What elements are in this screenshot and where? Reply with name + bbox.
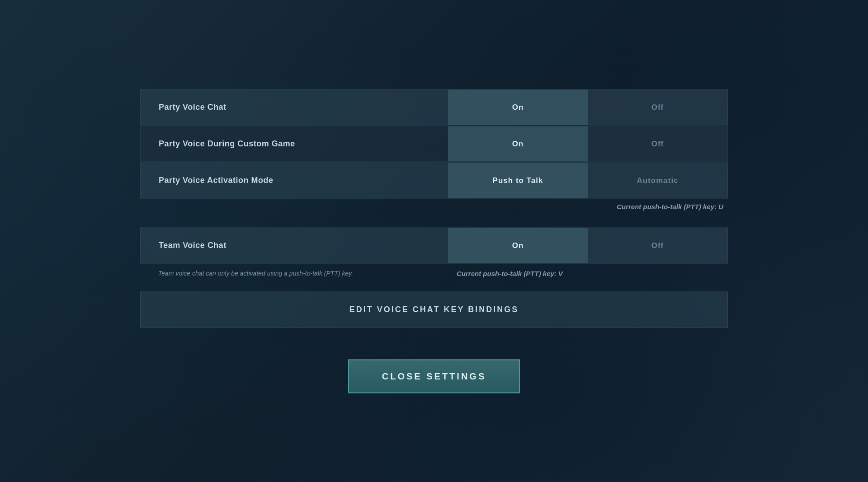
party-voice-custom-options: On Off bbox=[448, 126, 727, 161]
party-voice-chat-off-btn[interactable]: Off bbox=[588, 89, 727, 125]
party-voice-chat-row: Party Voice Chat On Off bbox=[140, 89, 728, 125]
close-settings-button[interactable]: CLOSE SETTINGS bbox=[348, 359, 520, 393]
party-voice-automatic-btn[interactable]: Automatic bbox=[588, 163, 727, 198]
close-settings-wrapper: CLOSE SETTINGS bbox=[140, 359, 728, 393]
party-voice-custom-label: Party Voice During Custom Game bbox=[141, 139, 448, 149]
party-voice-push-to-talk-btn[interactable]: Push to Talk bbox=[448, 163, 588, 198]
team-voice-note-row: Team voice chat can only be activated us… bbox=[140, 264, 728, 282]
team-voice-chat-row: Team Voice Chat On Off bbox=[140, 227, 728, 263]
team-voice-chat-off-btn[interactable]: Off bbox=[588, 228, 727, 263]
edit-bindings-button[interactable]: EDIT VOICE CHAT KEY BINDINGS bbox=[140, 291, 728, 328]
party-voice-activation-options: Push to Talk Automatic bbox=[448, 163, 727, 198]
settings-container: Party Voice Chat On Off Party Voice Duri… bbox=[140, 89, 728, 393]
party-ptt-hint-text: Current push-to-talk (PTT) key: U bbox=[617, 202, 723, 210]
party-voice-chat-on-btn[interactable]: On bbox=[448, 89, 588, 125]
section-divider bbox=[140, 214, 728, 227]
party-voice-chat-options: On Off bbox=[448, 89, 727, 125]
team-voice-chat-options: On Off bbox=[448, 228, 727, 263]
team-voice-chat-label: Team Voice Chat bbox=[141, 241, 448, 250]
team-ptt-hint-text: Current push-to-talk (PTT) key: V bbox=[448, 269, 728, 277]
party-voice-custom-off-btn[interactable]: Off bbox=[588, 126, 727, 161]
team-voice-note-text: Team voice chat can only be activated us… bbox=[140, 270, 448, 277]
party-voice-activation-row: Party Voice Activation Mode Push to Talk… bbox=[140, 162, 728, 198]
party-voice-custom-on-btn[interactable]: On bbox=[448, 126, 588, 161]
party-ptt-hint-row: Current push-to-talk (PTT) key: U bbox=[140, 199, 728, 214]
party-voice-activation-label: Party Voice Activation Mode bbox=[141, 176, 448, 185]
party-voice-chat-label: Party Voice Chat bbox=[141, 103, 448, 112]
party-voice-custom-row: Party Voice During Custom Game On Off bbox=[140, 126, 728, 162]
team-voice-chat-on-btn[interactable]: On bbox=[448, 228, 588, 263]
